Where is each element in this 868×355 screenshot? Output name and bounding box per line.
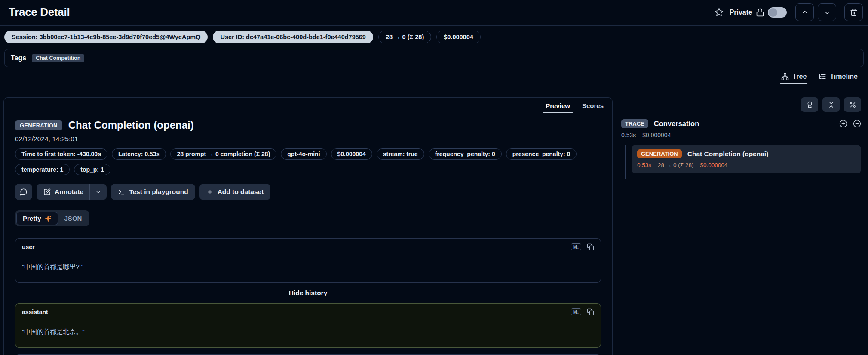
prev-trace-button[interactable] — [795, 3, 814, 21]
cost-pill: $0.000004 — [331, 148, 372, 160]
trace-detail-page: Trace Detail Private — [0, 0, 868, 355]
topbar: Trace Detail Private — [0, 0, 868, 26]
chevron-up-icon — [801, 9, 809, 16]
main-area: Preview Scores GENERATION Chat Completio… — [0, 97, 868, 355]
latency-pill: Latency: 0.53s — [112, 148, 166, 160]
percent-icon — [849, 101, 856, 108]
frequency-penalty-pill: frequency_penalty: 0 — [429, 148, 502, 160]
edit-icon — [43, 188, 51, 196]
format-toggle: Pretty JSON — [15, 210, 89, 226]
tab-tree[interactable]: Tree — [781, 73, 807, 84]
markdown-icon[interactable]: M↓ — [571, 308, 581, 315]
generation-name: Chat Completion (openai) — [687, 150, 769, 158]
delete-trace-button[interactable] — [844, 3, 863, 21]
copy-icon — [587, 308, 594, 315]
user-id-badge[interactable]: User ID: dc47a41e-06bc-400d-bde1-f0e440d… — [213, 31, 373, 43]
sidebar-toolbar — [621, 97, 861, 112]
tab-scores[interactable]: Scores — [581, 99, 604, 113]
privacy-toggle[interactable] — [768, 7, 787, 18]
tags-container: Tags Chat Competition — [4, 49, 864, 67]
trace-latency: 0.53s — [621, 132, 636, 139]
format-tab-json[interactable]: JSON — [58, 212, 89, 225]
pretty-label: Pretty — [23, 215, 41, 222]
message-assistant: assistant M↓ "中国的首都是北京。" — [15, 303, 601, 348]
sparkles-icon — [45, 215, 52, 222]
copy-button[interactable] — [587, 243, 594, 250]
circle-minus-icon — [853, 120, 861, 128]
toggle-knob — [769, 8, 777, 17]
chevrons-collapse-icon — [828, 101, 835, 108]
annotate-split-button: Annotate — [37, 184, 107, 200]
expand-all-button[interactable] — [839, 120, 847, 128]
top-p-pill: top_p: 1 — [74, 164, 110, 175]
award-icon — [806, 101, 813, 108]
plus-icon — [206, 188, 214, 196]
playground-button[interactable]: Test in playground — [111, 184, 195, 200]
generation-tokens: 28 → 0 (Σ 28) — [658, 162, 693, 168]
annotate-label: Annotate — [55, 188, 83, 196]
tab-preview[interactable]: Preview — [545, 99, 571, 113]
session-badge[interactable]: Session: 3bb00ec7-1b13-4c9b-85ee-3d9d70f… — [4, 31, 208, 43]
panel-body: GENERATION Chat Completion (openai) 02/1… — [4, 98, 612, 355]
tree-expand-controls — [839, 120, 861, 128]
tab-tree-label: Tree — [792, 73, 807, 80]
message-role: user — [22, 244, 35, 250]
add-to-dataset-button[interactable]: Add to dataset — [199, 184, 271, 200]
ttft-pill: Time to first token: -430.00s — [15, 148, 107, 160]
privacy-control: Private — [730, 7, 787, 18]
messages-list: user M↓ "中国的首都是哪里? " Hide history — [15, 238, 601, 355]
trace-tree-sidebar: TRACE Conversation 0.53s $0.000004 — [621, 97, 865, 179]
action-buttons: Annotate Test in playground Add to datas… — [15, 184, 601, 200]
metrics-toggle-button[interactable] — [844, 97, 861, 112]
stream-pill: stream: true — [377, 148, 424, 160]
annotate-dropdown-button[interactable] — [89, 184, 107, 200]
page-title: Trace Detail — [9, 6, 70, 19]
observation-type-badge: GENERATION — [15, 120, 62, 130]
meta-badge-row: Session: 3bb00ec7-1b13-4c9b-85ee-3d9d70f… — [0, 26, 868, 47]
topbar-actions: Private — [715, 3, 863, 21]
markdown-icon[interactable]: M↓ — [571, 243, 581, 250]
temperature-pill: temperature: 1 — [15, 164, 70, 175]
copy-button[interactable] — [587, 308, 594, 315]
trace-root-row[interactable]: TRACE Conversation — [621, 119, 861, 128]
collapse-all-button[interactable] — [822, 97, 840, 112]
model-pill[interactable]: gpt-4o-mini — [281, 148, 326, 160]
observation-header: GENERATION Chat Completion (openai) — [15, 119, 601, 131]
cost-badge: $0.000004 — [436, 31, 481, 43]
trace-metrics: 0.53s $0.000004 — [621, 132, 861, 139]
bookmark-star-icon[interactable] — [715, 8, 724, 17]
message-role: assistant — [22, 309, 48, 315]
annotate-button[interactable]: Annotate — [37, 184, 89, 200]
chat-bubble-icon — [20, 188, 28, 196]
comment-button[interactable] — [15, 184, 32, 200]
observation-panel: Preview Scores GENERATION Chat Completio… — [3, 97, 613, 355]
trace-cost: $0.000004 — [642, 132, 671, 139]
generation-cost: $0.000004 — [700, 162, 727, 168]
hide-history-link[interactable]: Hide history — [15, 289, 601, 297]
circle-plus-icon — [839, 120, 847, 128]
trace-root-label: TRACE Conversation — [621, 119, 699, 128]
lock-icon — [756, 8, 764, 17]
scores-toggle-button[interactable] — [801, 97, 818, 112]
chevron-down-icon — [823, 9, 831, 16]
generation-metrics: 0.53s 28 → 0 (Σ 28) $0.000004 — [637, 162, 856, 168]
trace-type-badge: TRACE — [621, 119, 648, 128]
message-content: "中国的首都是哪里? " — [15, 255, 601, 282]
tab-timeline-label: Timeline — [830, 73, 858, 80]
message-tools: M↓ — [571, 243, 594, 250]
next-trace-button[interactable] — [818, 3, 836, 21]
generation-tree-item[interactable]: GENERATION Chat Completion (openai) 0.53… — [632, 145, 861, 173]
tag-chip[interactable]: Chat Competition — [32, 54, 84, 62]
terminal-icon — [118, 188, 125, 196]
tree-icon — [781, 73, 789, 80]
tokens-pill: 28 prompt → 0 completion (Σ 28) — [170, 148, 276, 160]
collapse-tree-button[interactable] — [853, 120, 861, 128]
tab-timeline[interactable]: Timeline — [819, 73, 858, 84]
timeline-icon — [819, 73, 826, 80]
observation-title: Chat Completion (openai) — [68, 119, 194, 131]
observation-badges: Time to first token: -430.00s Latency: 0… — [15, 148, 601, 175]
panel-tabs: Preview Scores — [545, 99, 604, 113]
view-tabs: Tree Timeline — [0, 67, 868, 84]
format-tab-pretty[interactable]: Pretty — [16, 212, 58, 225]
observation-timestamp: 02/12/2024, 14:25:01 — [15, 135, 601, 143]
